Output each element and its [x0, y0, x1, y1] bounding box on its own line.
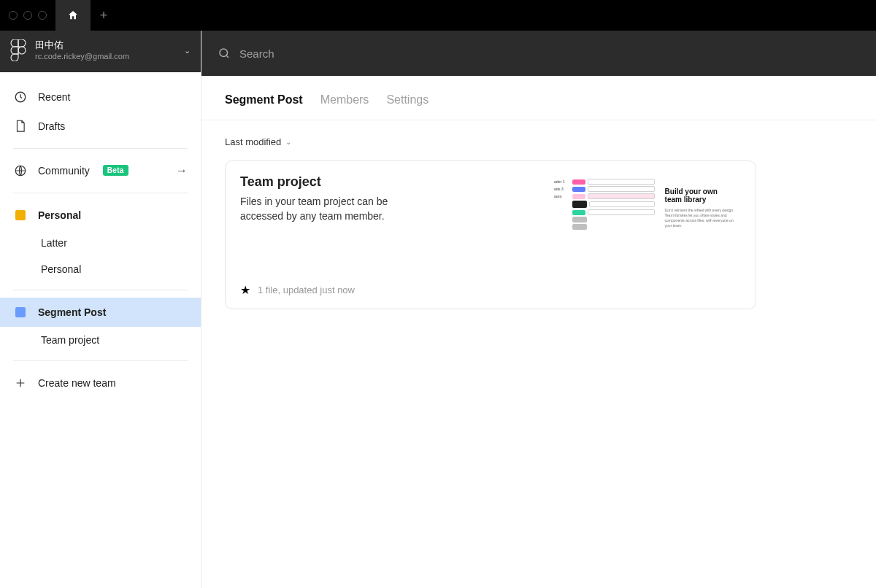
tab-team-name[interactable]: Segment Post [225, 93, 303, 107]
divider [13, 290, 188, 290]
search-input[interactable] [239, 47, 860, 60]
sidebar-project-personal[interactable]: Personal [0, 256, 201, 282]
star-icon[interactable]: ★ [240, 283, 250, 297]
arrow-right-icon: → [176, 164, 188, 177]
divider [13, 193, 188, 193]
sidebar-item-label: Create new team [38, 377, 116, 389]
sidebar-item-label: Team project [41, 334, 99, 346]
project-card[interactable]: Team project Files in your team project … [225, 160, 756, 309]
create-new-team-button[interactable]: Create new team [0, 368, 201, 398]
sidebar-team-segment-post[interactable]: Segment Post [0, 298, 201, 327]
sidebar-item-label: Segment Post [38, 306, 106, 318]
thumbnail-title: Build your own team library [665, 187, 735, 204]
sidebar-item-label: Community [38, 165, 90, 177]
sidebar: 田中佑 rc.code.rickey@gmail.com ⌄ Recent Dr… [0, 31, 201, 588]
svg-point-2 [220, 49, 228, 57]
sidebar-item-label: Drafts [38, 120, 65, 132]
user-display-name: 田中佑 [35, 39, 175, 52]
window-controls [0, 11, 55, 20]
figma-logo-icon [10, 39, 26, 61]
new-tab-button[interactable]: + [91, 0, 117, 31]
project-footer-text: 1 file, updated just now [258, 285, 355, 295]
sort-label: Last modified [225, 136, 281, 147]
window-zoom-button[interactable] [38, 11, 47, 20]
home-icon [67, 9, 79, 21]
beta-badge: Beta [103, 165, 128, 176]
search-icon [218, 47, 231, 60]
tab-settings[interactable]: Settings [386, 93, 429, 107]
sidebar-project-team-project[interactable]: Team project [0, 327, 201, 353]
file-icon [13, 119, 28, 134]
globe-icon [13, 163, 28, 178]
chevron-down-icon: ⌄ [184, 46, 191, 55]
divider [13, 148, 188, 149]
sidebar-item-label: Personal [38, 209, 81, 221]
team-color-chip [15, 210, 26, 220]
user-email: rc.code.rickey@gmail.com [35, 52, 175, 62]
window-tabbar: + [0, 0, 876, 31]
project-title: Team project [240, 174, 534, 190]
sidebar-team-personal[interactable]: Personal [0, 201, 201, 230]
thumbnail-body: Don't reinvent the wheel with every desi… [665, 208, 735, 228]
tab-members[interactable]: Members [320, 93, 369, 107]
search-bar [201, 31, 876, 76]
sidebar-item-label: Personal [41, 263, 81, 275]
sidebar-item-label: Latter [41, 237, 67, 249]
plus-icon: + [100, 8, 108, 23]
team-color-chip [15, 307, 26, 317]
main-content: Segment Post Members Settings Last modif… [201, 31, 876, 588]
sidebar-item-drafts[interactable]: Drafts [0, 112, 201, 141]
home-tab[interactable] [55, 0, 91, 31]
divider [13, 360, 188, 361]
team-page-tabs: Segment Post Members Settings [201, 76, 876, 120]
sort-dropdown[interactable]: Last modified ⌄ [225, 136, 853, 147]
sidebar-item-label: Recent [38, 91, 70, 103]
sidebar-project-latter[interactable]: Latter [0, 230, 201, 256]
window-minimize-button[interactable] [23, 11, 32, 20]
window-close-button[interactable] [9, 11, 18, 20]
account-switcher[interactable]: 田中佑 rc.code.rickey@gmail.com ⌄ [0, 31, 201, 72]
sidebar-item-recent[interactable]: Recent [0, 82, 201, 112]
chevron-down-icon: ⌄ [285, 138, 291, 146]
project-description: Files in your team project can be access… [240, 194, 415, 224]
sidebar-item-community[interactable]: Community Beta → [0, 156, 201, 185]
file-thumbnail: ader 1 ade 3 auto Build your own team li… [551, 174, 741, 297]
plus-icon [13, 376, 28, 390]
clock-icon [13, 90, 28, 104]
